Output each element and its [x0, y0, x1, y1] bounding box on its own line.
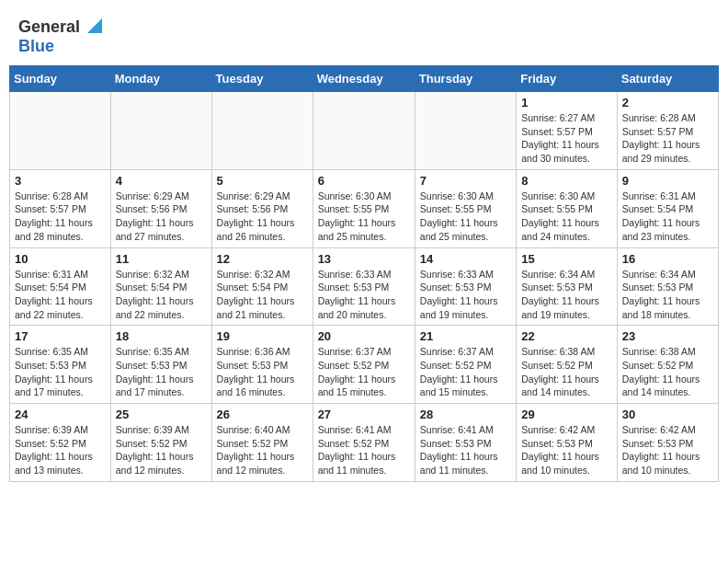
day-info: Sunrise: 6:28 AM Sunset: 5:57 PM Dayligh… — [622, 111, 713, 166]
day-number: 7 — [420, 174, 511, 188]
calendar-cell: 25Sunrise: 6:39 AM Sunset: 5:52 PM Dayli… — [110, 404, 211, 482]
day-number: 30 — [622, 408, 713, 421]
day-info: Sunrise: 6:35 AM Sunset: 5:53 PM Dayligh… — [15, 345, 106, 399]
calendar-cell: 17Sunrise: 6:35 AM Sunset: 5:53 PM Dayli… — [10, 326, 111, 404]
calendar-cell: 15Sunrise: 6:34 AM Sunset: 5:53 PM Dayli… — [517, 247, 618, 326]
calendar-cell: 10Sunrise: 6:31 AM Sunset: 5:54 PM Dayli… — [10, 247, 111, 326]
day-info: Sunrise: 6:39 AM Sunset: 5:52 PM Dayligh… — [15, 423, 106, 477]
day-number: 27 — [318, 408, 410, 421]
calendar-cell: 7Sunrise: 6:30 AM Sunset: 5:55 PM Daylig… — [415, 169, 516, 247]
day-info: Sunrise: 6:32 AM Sunset: 5:54 PM Dayligh… — [217, 268, 308, 322]
day-number: 25 — [116, 408, 207, 421]
calendar-cell: 5Sunrise: 6:29 AM Sunset: 5:56 PM Daylig… — [211, 169, 313, 247]
day-info: Sunrise: 6:36 AM Sunset: 5:53 PM Dayligh… — [217, 345, 308, 399]
weekday-header-tuesday: Tuesday — [211, 66, 313, 92]
day-info: Sunrise: 6:30 AM Sunset: 5:55 PM Dayligh… — [420, 190, 511, 244]
day-info: Sunrise: 6:38 AM Sunset: 5:52 PM Dayligh… — [622, 345, 713, 399]
weekday-header-wednesday: Wednesday — [313, 66, 415, 92]
calendar-cell: 30Sunrise: 6:42 AM Sunset: 5:53 PM Dayli… — [617, 404, 718, 482]
day-info: Sunrise: 6:42 AM Sunset: 5:53 PM Dayligh… — [622, 423, 713, 477]
day-info: Sunrise: 6:31 AM Sunset: 5:54 PM Dayligh… — [622, 190, 713, 244]
calendar-cell: 4Sunrise: 6:29 AM Sunset: 5:56 PM Daylig… — [110, 169, 211, 247]
calendar-cell — [313, 92, 415, 170]
calendar-cell: 23Sunrise: 6:38 AM Sunset: 5:52 PM Dayli… — [617, 326, 718, 404]
day-number: 22 — [521, 329, 612, 343]
day-info: Sunrise: 6:30 AM Sunset: 5:55 PM Dayligh… — [521, 190, 612, 244]
logo-blue-text: Blue — [18, 37, 54, 55]
calendar-cell — [211, 92, 313, 170]
day-number: 17 — [15, 329, 106, 343]
day-number: 5 — [217, 174, 308, 188]
day-number: 23 — [622, 329, 713, 343]
day-info: Sunrise: 6:27 AM Sunset: 5:57 PM Dayligh… — [521, 111, 612, 166]
day-number: 4 — [116, 174, 207, 188]
calendar: SundayMondayTuesdayWednesdayThursdayFrid… — [9, 65, 719, 482]
day-info: Sunrise: 6:29 AM Sunset: 5:56 PM Dayligh… — [217, 190, 308, 244]
day-number: 12 — [217, 252, 308, 266]
calendar-cell: 28Sunrise: 6:41 AM Sunset: 5:53 PM Dayli… — [415, 404, 516, 482]
calendar-cell: 20Sunrise: 6:37 AM Sunset: 5:52 PM Dayli… — [313, 326, 415, 404]
day-number: 15 — [521, 252, 612, 266]
calendar-cell — [110, 92, 211, 170]
day-info: Sunrise: 6:31 AM Sunset: 5:54 PM Dayligh… — [15, 268, 106, 322]
calendar-cell — [415, 92, 516, 170]
day-number: 8 — [521, 174, 612, 188]
logo-arrow-icon — [84, 17, 102, 37]
calendar-cell: 6Sunrise: 6:30 AM Sunset: 5:55 PM Daylig… — [313, 169, 415, 247]
calendar-cell: 16Sunrise: 6:34 AM Sunset: 5:53 PM Dayli… — [617, 247, 718, 326]
calendar-cell: 24Sunrise: 6:39 AM Sunset: 5:52 PM Dayli… — [10, 404, 111, 482]
week-row-1: 1Sunrise: 6:27 AM Sunset: 5:57 PM Daylig… — [10, 92, 719, 170]
header: General Blue — [9, 9, 719, 60]
calendar-cell: 2Sunrise: 6:28 AM Sunset: 5:57 PM Daylig… — [617, 92, 718, 170]
calendar-cell: 12Sunrise: 6:32 AM Sunset: 5:54 PM Dayli… — [211, 247, 313, 326]
calendar-cell: 13Sunrise: 6:33 AM Sunset: 5:53 PM Dayli… — [313, 247, 415, 326]
calendar-cell — [10, 92, 111, 170]
calendar-cell: 3Sunrise: 6:28 AM Sunset: 5:57 PM Daylig… — [10, 169, 111, 247]
day-number: 16 — [622, 252, 713, 266]
week-row-2: 3Sunrise: 6:28 AM Sunset: 5:57 PM Daylig… — [10, 169, 719, 247]
day-number: 20 — [318, 329, 410, 343]
day-number: 6 — [318, 174, 410, 188]
day-number: 18 — [116, 329, 207, 343]
calendar-cell: 21Sunrise: 6:37 AM Sunset: 5:52 PM Dayli… — [415, 326, 516, 404]
week-row-5: 24Sunrise: 6:39 AM Sunset: 5:52 PM Dayli… — [10, 404, 719, 482]
day-info: Sunrise: 6:32 AM Sunset: 5:54 PM Dayligh… — [116, 268, 207, 322]
day-number: 1 — [521, 96, 612, 109]
calendar-cell: 22Sunrise: 6:38 AM Sunset: 5:52 PM Dayli… — [517, 326, 618, 404]
weekday-header-monday: Monday — [110, 66, 211, 92]
day-info: Sunrise: 6:34 AM Sunset: 5:53 PM Dayligh… — [622, 268, 713, 322]
day-number: 9 — [622, 174, 713, 188]
day-info: Sunrise: 6:33 AM Sunset: 5:53 PM Dayligh… — [420, 268, 511, 322]
logo: General Blue — [18, 17, 102, 56]
weekday-header-saturday: Saturday — [617, 66, 718, 92]
day-info: Sunrise: 6:37 AM Sunset: 5:52 PM Dayligh… — [318, 345, 410, 399]
logo-general-text: General — [18, 17, 80, 37]
day-number: 2 — [622, 96, 713, 109]
calendar-cell: 1Sunrise: 6:27 AM Sunset: 5:57 PM Daylig… — [517, 92, 618, 170]
calendar-cell: 9Sunrise: 6:31 AM Sunset: 5:54 PM Daylig… — [617, 169, 718, 247]
calendar-cell: 8Sunrise: 6:30 AM Sunset: 5:55 PM Daylig… — [517, 169, 618, 247]
weekday-header-row: SundayMondayTuesdayWednesdayThursdayFrid… — [10, 66, 719, 92]
weekday-header-sunday: Sunday — [10, 66, 111, 92]
day-info: Sunrise: 6:33 AM Sunset: 5:53 PM Dayligh… — [318, 268, 410, 322]
weekday-header-friday: Friday — [517, 66, 618, 92]
day-info: Sunrise: 6:35 AM Sunset: 5:53 PM Dayligh… — [116, 345, 207, 399]
day-number: 13 — [318, 252, 410, 266]
day-info: Sunrise: 6:39 AM Sunset: 5:52 PM Dayligh… — [116, 423, 207, 477]
day-info: Sunrise: 6:29 AM Sunset: 5:56 PM Dayligh… — [116, 190, 207, 244]
day-info: Sunrise: 6:40 AM Sunset: 5:52 PM Dayligh… — [217, 423, 308, 477]
weekday-header-thursday: Thursday — [415, 66, 516, 92]
week-row-4: 17Sunrise: 6:35 AM Sunset: 5:53 PM Dayli… — [10, 326, 719, 404]
day-info: Sunrise: 6:28 AM Sunset: 5:57 PM Dayligh… — [15, 190, 106, 244]
day-number: 26 — [217, 408, 308, 421]
calendar-cell: 11Sunrise: 6:32 AM Sunset: 5:54 PM Dayli… — [110, 247, 211, 326]
day-info: Sunrise: 6:38 AM Sunset: 5:52 PM Dayligh… — [521, 345, 612, 399]
calendar-cell: 26Sunrise: 6:40 AM Sunset: 5:52 PM Dayli… — [211, 404, 313, 482]
calendar-cell: 18Sunrise: 6:35 AM Sunset: 5:53 PM Dayli… — [110, 326, 211, 404]
calendar-cell: 29Sunrise: 6:42 AM Sunset: 5:53 PM Dayli… — [517, 404, 618, 482]
day-number: 28 — [420, 408, 511, 421]
week-row-3: 10Sunrise: 6:31 AM Sunset: 5:54 PM Dayli… — [10, 247, 719, 326]
day-number: 29 — [521, 408, 612, 421]
day-number: 14 — [420, 252, 511, 266]
day-number: 21 — [420, 329, 511, 343]
